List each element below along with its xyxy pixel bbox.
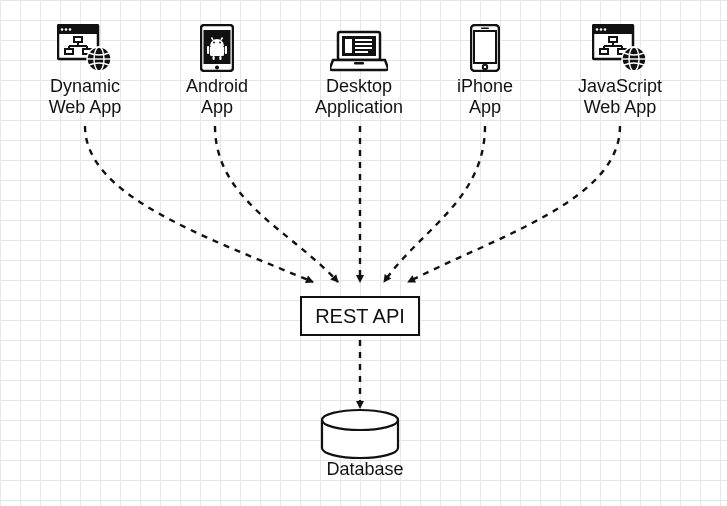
- iphone-icon: [445, 22, 525, 72]
- browser-globe-icon: [30, 22, 140, 72]
- svg-point-26: [213, 42, 215, 44]
- client-label: Application: [300, 97, 418, 118]
- svg-rect-22: [213, 56, 215, 60]
- svg-point-2: [61, 28, 64, 31]
- connector-android: [215, 126, 338, 282]
- svg-point-42: [596, 28, 599, 31]
- rest-api-label: REST API: [315, 305, 405, 328]
- svg-rect-1: [58, 25, 98, 34]
- browser-globe-icon: [560, 22, 680, 72]
- svg-point-56: [322, 410, 398, 430]
- client-iphone-app: iPhone App: [445, 22, 525, 117]
- database-cylinder-icon: [322, 410, 398, 458]
- svg-rect-21: [225, 46, 227, 54]
- rest-api-node: REST API: [300, 296, 420, 336]
- client-desktop-app: Desktop Application: [300, 22, 418, 117]
- client-label: Web App: [560, 97, 680, 118]
- client-label: iPhone: [445, 76, 525, 97]
- client-label: Desktop: [300, 76, 418, 97]
- client-javascript-web-app: JavaScript Web App: [560, 22, 680, 117]
- svg-rect-20: [207, 46, 209, 54]
- svg-point-18: [215, 66, 219, 70]
- svg-point-44: [604, 28, 607, 31]
- client-label: Dynamic: [30, 76, 140, 97]
- svg-point-3: [65, 28, 68, 31]
- laptop-icon: [300, 22, 418, 72]
- android-phone-icon: [172, 22, 262, 72]
- client-label: App: [445, 97, 525, 118]
- database-label: Database: [320, 459, 410, 480]
- connector-dynamic: [85, 126, 313, 282]
- client-label: Android: [172, 76, 262, 97]
- client-label: Web App: [30, 97, 140, 118]
- svg-point-4: [69, 28, 72, 31]
- svg-rect-35: [354, 62, 364, 65]
- client-label: App: [172, 97, 262, 118]
- svg-point-27: [219, 42, 221, 44]
- svg-rect-41: [593, 25, 633, 34]
- connector-iphone: [384, 126, 485, 282]
- connector-javascript: [408, 126, 620, 282]
- svg-rect-23: [219, 56, 221, 60]
- svg-rect-30: [345, 39, 352, 53]
- svg-rect-19: [210, 46, 224, 56]
- client-dynamic-web-app: Dynamic Web App: [30, 22, 140, 117]
- diagram-canvas: Dynamic Web App Android App: [0, 0, 727, 506]
- client-label: JavaScript: [560, 76, 680, 97]
- client-android-app: Android App: [172, 22, 262, 117]
- svg-rect-38: [481, 28, 489, 30]
- svg-point-43: [600, 28, 603, 31]
